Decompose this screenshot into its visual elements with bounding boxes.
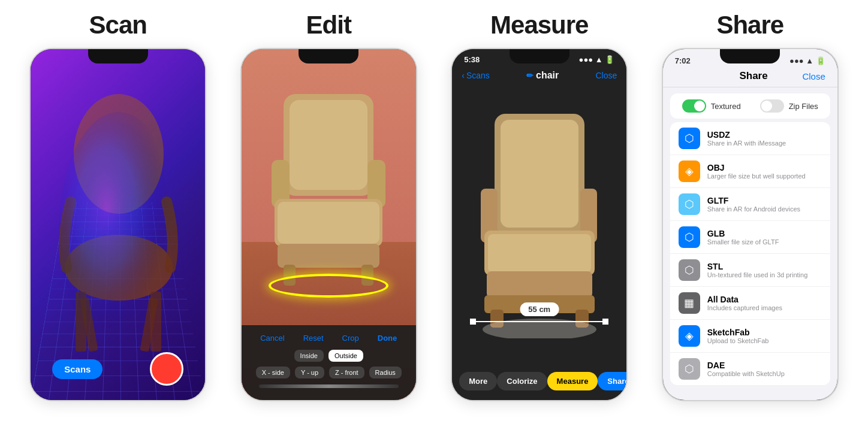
measure-measure-button[interactable]: Measure [547,372,598,390]
dae-name: DAE [707,361,785,370]
share-nav-close-button[interactable]: Close [802,71,825,81]
edit-section: Edit [229,11,429,401]
share-nav-title: Share [739,70,767,82]
share-signals: ●●● ▲ 🔋 [789,56,825,65]
textured-toggle[interactable] [682,99,706,113]
zipfiles-toggle-item: Zip Files [760,99,818,113]
share-title: Share [716,11,783,40]
edit-yup-option[interactable]: Y - up [295,367,324,378]
measure-share-button[interactable]: Share [598,372,626,390]
alldata-icon: ▦ [679,292,700,314]
measure-back-label[interactable]: Scans [466,71,490,80]
share-formats-list: ⬡ USDZ Share in AR with iMessage ◈ OBJ L… [670,122,830,385]
share-obj-item[interactable]: ◈ OBJ Larger file size but well supporte… [670,155,830,188]
gltf-icon: ⬡ [679,193,700,215]
measure-nav: ‹ Scans ✏ chair Close [452,70,626,81]
stl-icon: ⬡ [679,259,700,281]
measure-title: Measure [490,11,588,40]
scan-phone-frame: Scans [29,48,206,401]
obj-icon: ◈ [679,160,700,182]
measure-back-button[interactable]: ‹ Scans [462,71,490,80]
measure-chevron-icon: ‹ [462,71,465,80]
main-container: Scan [0,0,868,424]
measure-section: Measure 5:38 ●●● ▲ 🔋 ‹ Scans ✏ chair [439,11,640,401]
measure-colorize-button[interactable]: Colorize [497,372,547,390]
sketchfab-icon: ◈ [679,325,700,347]
measure-nav-title-text: chair [536,70,559,81]
record-button[interactable] [150,352,183,386]
edit-selection-ring [269,274,388,298]
share-section: Share 7:02 ●●● ▲ 🔋 Share Close Textured [650,11,851,401]
measure-close-button[interactable]: Close [595,71,617,80]
zipfiles-label: Zip Files [789,102,818,111]
share-stl-item[interactable]: ⬡ STL Un-textured file used in 3d printi… [670,254,830,287]
stl-name: STL [707,262,808,271]
gltf-desc: Share in AR for Android devices [707,205,800,213]
share-dae-item[interactable]: ⬡ DAE Compatible with SketchUp [670,353,830,385]
edit-crop-button[interactable]: Crop [342,334,359,343]
scan-background: Scans [31,49,205,400]
edit-title: Edit [306,11,351,40]
edit-done-button[interactable]: Done [378,334,397,343]
usdz-desc: Share in AR with iMessage [707,140,786,147]
share-usdz-item[interactable]: ⬡ USDZ Share in AR with iMessage [670,122,830,155]
edit-reset-button[interactable]: Reset [303,334,324,343]
share-notch [720,49,780,63]
scans-button[interactable]: Scans [52,359,103,379]
sketchfab-desc: Upload to SketchFab [707,337,769,344]
svg-rect-12 [278,202,379,244]
share-time: 7:02 [675,56,691,65]
share-nav: Share Close [663,68,837,87]
edit-radius-option[interactable]: Radius [369,367,402,378]
usdz-name: USDZ [707,130,786,140]
svg-rect-17 [501,120,578,228]
edit-options-row: Inside Outside [242,347,416,364]
edit-background: Cancel Reset Crop Done Inside Outside X … [242,49,416,400]
dae-text: DAE Compatible with SketchUp [707,361,785,377]
share-alldata-item[interactable]: ▦ All Data Includes captured images [670,287,830,320]
scan-bottom-bar: Scans [31,352,205,386]
share-toggles-row: Textured Zip Files [670,93,830,119]
usdz-text: USDZ Share in AR with iMessage [707,130,786,147]
edit-chair-container [266,88,391,292]
share-sketchfab-item[interactable]: ◈ SketchFab Upload to SketchFab [670,320,830,353]
usdz-icon: ⬡ [679,128,700,149]
svg-rect-13 [278,244,379,268]
measure-background: 5:38 ●●● ▲ 🔋 ‹ Scans ✏ chair Close [452,49,626,400]
measure-label: 55 cm [520,302,559,316]
scan-notch [88,49,148,63]
textured-toggle-item: Textured [682,99,741,113]
measure-phone-frame: 5:38 ●●● ▲ 🔋 ‹ Scans ✏ chair Close [451,48,628,401]
scan-overlay [31,49,205,400]
edit-toolbar-top: Cancel Reset Crop Done [242,331,416,347]
measure-time: 5:38 [464,55,480,64]
gltf-name: GLTF [707,196,800,205]
measure-nav-title: ✏ chair [526,70,559,81]
svg-rect-8 [290,100,367,190]
edit-zfront-option[interactable]: Z - front [329,367,364,378]
measure-more-button[interactable]: More [459,372,497,390]
share-glb-item[interactable]: ⬡ GLB Smaller file size of GLTF [670,221,830,254]
glb-text: GLB Smaller file size of GLTF [707,229,779,246]
svg-rect-22 [487,271,592,298]
sketchfab-name: SketchFab [707,328,769,337]
obj-name: OBJ [707,163,806,172]
edit-outside-option[interactable]: Outside [328,350,363,362]
edit-slider[interactable] [259,384,399,388]
scan-title: Scan [89,11,147,40]
measure-endpoint-left [470,319,476,325]
share-gltf-item[interactable]: ⬡ GLTF Share in AR for Android devices [670,188,830,221]
edit-cancel-button[interactable]: Cancel [260,334,284,343]
stl-text: STL Un-textured file used in 3d printing [707,262,808,278]
textured-label: Textured [711,102,741,111]
measure-line [470,321,608,322]
edit-inside-option[interactable]: Inside [294,350,324,362]
edit-xside-option[interactable]: X - side [256,367,290,378]
zipfiles-toggle[interactable] [760,99,784,113]
edit-chair-svg [266,88,391,292]
measure-notch [510,49,569,63]
measure-signals: ●●● ▲ 🔋 [579,55,615,64]
obj-desc: Larger file size but well supported [707,172,806,180]
alldata-desc: Includes captured images [707,304,782,311]
obj-text: OBJ Larger file size but well supported [707,163,806,180]
